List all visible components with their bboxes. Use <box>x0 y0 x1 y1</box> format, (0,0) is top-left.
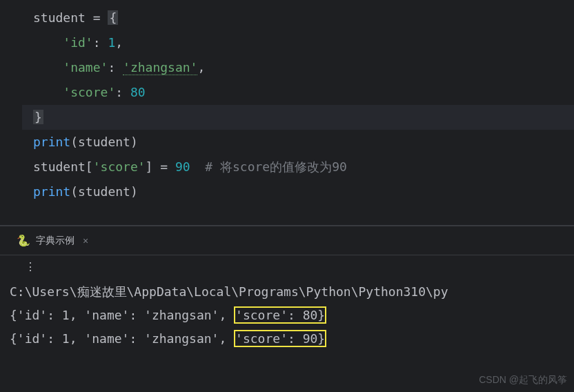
line-number <box>0 130 22 155</box>
code-line[interactable]: student['score'] = 90 # 将score的值修改为90 <box>22 155 574 179</box>
run-tab[interactable]: 🐍 字典示例 × <box>17 234 88 247</box>
watermark: CSDN @起飞的风筝 <box>479 374 567 386</box>
code-line[interactable]: student = { <box>22 6 574 30</box>
code-line[interactable]: print(student) <box>22 130 574 155</box>
line-number <box>0 155 22 179</box>
gutter <box>0 0 22 225</box>
python-icon: 🐍 <box>17 234 30 247</box>
output-line: {'id': 1, 'name': 'zhangsan', 'score': 8… <box>10 304 574 327</box>
code-line-active[interactable]: } <box>22 105 574 130</box>
code-line[interactable]: 'score': 80 <box>22 80 574 105</box>
line-number <box>0 55 22 80</box>
output-path: C:\Users\痴迷故里\AppData\Local\Programs\Pyt… <box>10 280 574 304</box>
more-icon[interactable]: ⋮ <box>25 260 36 273</box>
code-line[interactable]: 'name': 'zhangsan', <box>22 55 574 80</box>
line-number <box>0 30 22 55</box>
code-editor[interactable]: student = { 'id': 1, 'name': 'zhangsan',… <box>0 0 574 225</box>
run-panel: 🐍 字典示例 × ⋮ C:\Users\痴迷故里\AppData\Local\P… <box>0 226 574 351</box>
output-area: C:\Users\痴迷故里\AppData\Local\Programs\Pyt… <box>0 277 574 351</box>
highlight-box: 'score': 80} <box>234 306 326 324</box>
highlight-box: 'score': 90} <box>234 330 326 347</box>
code-line[interactable]: print(student) <box>22 179 574 204</box>
line-number <box>0 6 22 30</box>
line-number <box>0 105 22 130</box>
close-icon[interactable]: × <box>83 235 88 246</box>
code-line[interactable]: 'id': 1, <box>22 30 574 55</box>
output-line: {'id': 1, 'name': 'zhangsan', 'score': 9… <box>10 327 574 351</box>
toolbar: ⋮ <box>0 255 574 277</box>
tab-label: 字典示例 <box>36 235 75 247</box>
line-number <box>0 179 22 204</box>
code-content[interactable]: student = { 'id': 1, 'name': 'zhangsan',… <box>22 0 574 225</box>
tab-bar: 🐍 字典示例 × <box>0 226 574 255</box>
line-number <box>0 80 22 105</box>
